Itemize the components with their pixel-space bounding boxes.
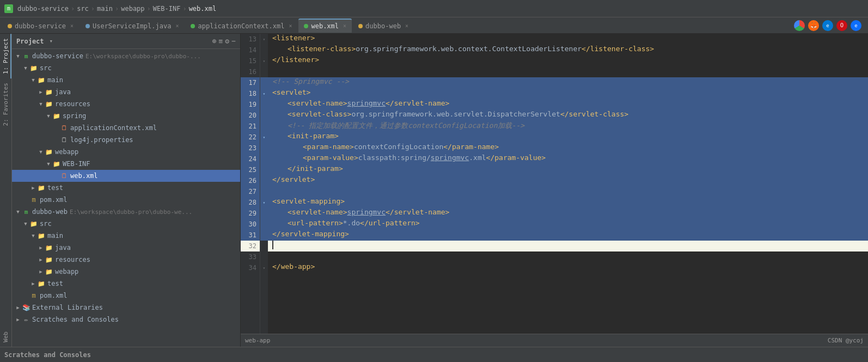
tree-item-java1[interactable]: ▶ 📁 java [12,86,240,98]
breadcrumb-item-1[interactable]: dubbo-service [17,5,69,13]
fold-15[interactable]: ▾ [260,56,268,66]
line-num-21: 21 [241,121,260,132]
tree-item-scratches[interactable]: ▶ ✏️ Scratches and Consoles [12,314,240,326]
folder-icon-resources2: 📁 [45,255,53,264]
scratches-label[interactable]: Scratches and Consoles [4,351,91,359]
code-line-14: <listener-class>org.springframework.web.… [268,45,868,56]
web-tab[interactable]: Web [0,327,11,347]
code-line-26: </servlet> [268,175,868,186]
folder-icon-test2: 📁 [37,279,46,288]
tree-item-src1[interactable]: ▼ 📁 src [12,62,240,74]
fold-28[interactable]: ▾ [260,197,268,208]
hide-icon[interactable]: − [231,37,236,45]
firefox-icon[interactable]: 🦊 [808,20,819,31]
fold-13[interactable]: ▾ [260,34,268,45]
editor-area: 13 14 15 16 17 18 19 20 21 22 23 24 25 2… [241,34,868,347]
tree-item-webapp1[interactable]: ▼ 📁 webapp [12,146,240,158]
tab-close-dubbo-web[interactable]: × [405,23,408,29]
fold-18[interactable]: ▾ [260,88,268,99]
tree-item-appctx[interactable]: ▶ 🗒 applicationContext.xml [12,122,240,134]
tree-item-pom1[interactable]: ▶ m pom.xml [12,194,240,206]
fold-25 [260,164,268,175]
tree-item-webapp2[interactable]: ▶ 📁 webapp [12,266,240,278]
breadcrumb-item-4[interactable]: webapp [121,5,144,13]
project-tab[interactable]: 1: Project [0,34,11,78]
gear-icon[interactable]: ⚙ [225,37,229,45]
fold-20 [260,110,268,121]
collapse-icon[interactable]: ≡ [219,37,223,45]
tree-arrow-resources1: ▼ [37,101,45,107]
opera-icon[interactable]: O [836,20,847,31]
tab-userserviceimpl[interactable]: UserServiceImpl.java × [80,19,185,33]
line-num-25: 25 [241,164,260,175]
tree-item-webxml[interactable]: ▶ 🗒 web.xml [12,170,240,182]
fold-34[interactable]: ▾ [260,262,268,273]
tree-item-webinf[interactable]: ▼ 📁 WEB-INF [12,158,240,170]
breadcrumb-item-3[interactable]: main [97,5,113,13]
tab-bar: dubbo-service × UserServiceImpl.java × a… [0,17,868,34]
tree-item-dubbo-service[interactable]: ▼ m dubbo-service E:\workspace\dubbo-pro… [12,50,240,62]
fold-24 [260,154,268,164]
breadcrumb-item-6[interactable]: web.xml [189,5,217,13]
tree-arrow-dubbo-service: ▼ [14,53,22,59]
pom-icon2: m [29,291,38,300]
tree-item-main2[interactable]: ▼ 📁 main [12,230,240,242]
code-line-16 [268,66,868,77]
project-icon-dubbo-service: m [22,52,30,60]
tree-item-test1[interactable]: ▶ 📁 test [12,182,240,194]
tree-item-dubbo-web[interactable]: ▼ m dubbo-web E:\workspace\dubbo-pro\dub… [12,206,240,218]
tab-close-webxml[interactable]: × [343,23,346,29]
tab-label-applicationcontext: applicationContext.xml [198,22,284,30]
line-num-28: 28 [241,197,260,208]
tree-item-main1[interactable]: ▼ 📁 main [12,74,240,86]
favorites-tab[interactable]: 2: Favorites [0,78,11,130]
breadcrumb-item-5[interactable]: WEB-INF [153,5,181,13]
line-numbers: 13 14 15 16 17 18 19 20 21 22 23 24 25 2… [241,34,260,334]
edge-icon[interactable]: e [822,20,833,31]
line-num-18: 18 [241,88,260,99]
tab-icon-webxml [304,24,308,28]
sync-icon[interactable]: ⊕ [212,37,217,45]
code-line-29: <servlet-name>springmvc</servlet-name> [268,208,868,219]
tree-item-ext-libs[interactable]: ▶ 📚 External Libraries [12,302,240,314]
breadcrumb-item-2[interactable]: src [77,5,89,13]
folder-icon-webapp1: 📁 [45,148,53,156]
tree-arrow-test2: ▶ [29,281,37,286]
tab-dubbo-service[interactable]: dubbo-service × [2,19,79,33]
tree-item-resources2[interactable]: ▶ 📁 resources [12,254,240,266]
tab-applicationcontext[interactable]: applicationContext.xml × [185,19,297,33]
folder-icon-src2: 📁 [29,219,38,228]
tree-arrow-webapp1: ▼ [37,149,45,155]
fold-22[interactable]: ▾ [260,132,268,143]
tree-arrow-main2: ▼ [29,233,37,238]
tree-label-appctx: applicationContext.xml [70,124,157,132]
title-bar: m dubbo-service › src › main › webapp › … [0,0,868,17]
tree-item-src2[interactable]: ▼ 📁 src [12,218,240,230]
code-line-32 [268,241,868,251]
fold-27 [260,186,268,197]
line-num-17: 17 [241,77,260,88]
tree-item-resources1[interactable]: ▼ 📁 resources [12,98,240,110]
tab-close-dubbo-service[interactable]: × [70,23,74,29]
code-editor[interactable]: <listener> <listener-class>org.springfra… [268,34,868,334]
code-line-33 [268,251,868,262]
tab-dubbo-web[interactable]: dubbo-web × [353,19,414,33]
code-line-13: <listener> [268,34,868,45]
tab-close-userserviceimpl[interactable]: × [175,23,179,29]
chrome-icon[interactable] [794,20,805,31]
tab-label-webxml: web.xml [311,22,339,30]
tree-item-test2[interactable]: ▶ 📁 test [12,278,240,290]
fold-31 [260,230,268,241]
tree-label-dubbo-web: dubbo-web [32,208,68,216]
tree-item-pom2[interactable]: ▶ m pom.xml [12,290,240,302]
tree-arrow-dubbo-web: ▼ [14,209,22,214]
tree-item-java2[interactable]: ▶ 📁 java [12,242,240,254]
ie-icon[interactable]: e [851,20,861,31]
line-num-13: 13 [241,34,260,45]
tab-close-applicationcontext[interactable]: × [289,23,292,29]
tab-webxml[interactable]: web.xml × [298,19,352,33]
tree-item-spring1[interactable]: ▼ 📁 spring [12,110,240,122]
code-line-30: <url-pattern>*.do</url-pattern> [268,219,868,230]
bottom-panel: Scratches and Consoles [0,347,868,362]
tree-item-log4j[interactable]: ▶ 🗒 log4j.properties [12,134,240,146]
